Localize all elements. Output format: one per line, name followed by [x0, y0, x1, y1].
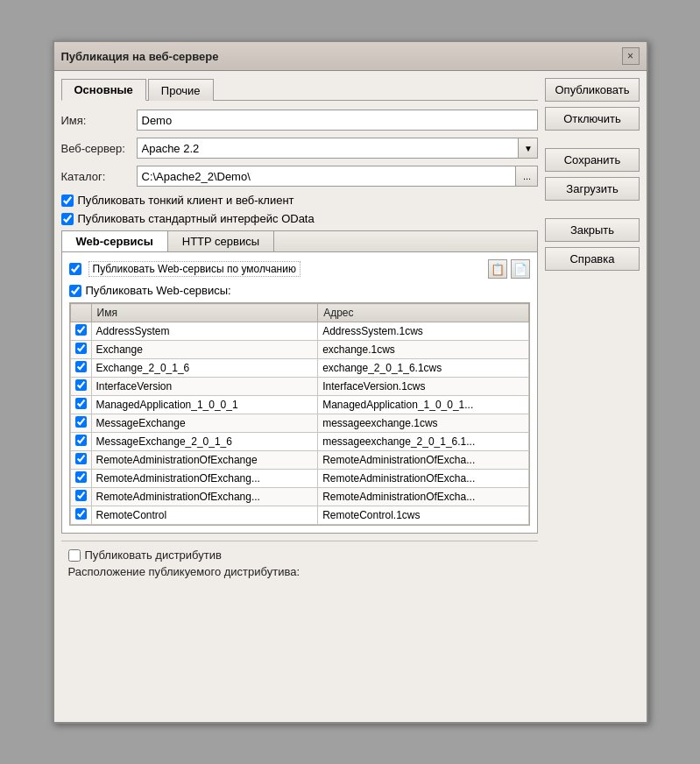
- row-name: RemoteControl: [91, 506, 318, 525]
- publish-distrib-label: Публиковать дистрибутив: [85, 548, 222, 562]
- bottom-area: Публиковать дистрибутив Расположение пуб…: [61, 541, 539, 585]
- table-row: RemoteAdministrationOfExchang... RemoteA…: [70, 488, 529, 506]
- row-address: exchange_2_0_1_6.1cws: [318, 359, 529, 378]
- services-table: Имя Адрес AddressSystem AddressSystem.1c…: [70, 303, 530, 525]
- row-address: RemoteAdministrationOfExcha...: [318, 470, 529, 488]
- distrib-path-label: Расположение публикуемого дистрибутива:: [68, 565, 532, 578]
- row-checkbox[interactable]: [75, 398, 87, 409]
- webserver-select[interactable]: [138, 140, 519, 157]
- row-name: RemoteAdministrationOfExchange: [91, 451, 318, 470]
- publish-list-row: Публиковать Web-сервисы:: [69, 284, 531, 297]
- checkbox2-row: Публиковать стандартный интерфейс OData: [61, 212, 539, 225]
- checkbox-publish-default[interactable]: [69, 263, 81, 275]
- row-address: exchange.1cws: [318, 341, 529, 359]
- table-row: Exchange exchange.1cws: [70, 341, 529, 359]
- table-row: InterfaceVersion InterfaceVersion.1cws: [70, 378, 529, 396]
- webserver-label: Веб-сервер:: [61, 142, 131, 155]
- load-button[interactable]: Загрузить: [545, 177, 639, 201]
- catalog-browse-button[interactable]: ...: [515, 166, 538, 187]
- checkbox-publish-list[interactable]: [69, 285, 81, 297]
- checkbox-odata[interactable]: [61, 213, 74, 225]
- close-dialog-button[interactable]: ×: [622, 47, 640, 65]
- row-name: Exchange_2_0_1_6: [91, 359, 318, 378]
- row-checkbox[interactable]: [75, 324, 87, 336]
- webserver-select-wrapper: ▼: [137, 138, 539, 159]
- name-row: Имя:: [61, 110, 539, 131]
- main-area: Основные Прочие Имя: Веб-сервер: ▼ Катал…: [61, 78, 539, 585]
- side-buttons: Опубликовать Отключить Сохранить Загрузи…: [545, 78, 639, 585]
- row-name: MessageExchange: [91, 414, 318, 433]
- row-address: RemoteControl.1cws: [318, 506, 529, 525]
- dialog-title: Публикация на веб-сервере: [61, 50, 219, 63]
- disconnect-button[interactable]: Отключить: [545, 107, 639, 131]
- checkbox1-row: Публиковать тонкий клиент и веб-клиент: [61, 194, 539, 207]
- dialog: Публикация на веб-сервере × Основные Про…: [53, 40, 648, 724]
- table-row: RemoteControl RemoteControl.1cws: [70, 506, 529, 525]
- table-row: RemoteAdministrationOfExchang... RemoteA…: [70, 470, 529, 488]
- row-address: RemoteAdministrationOfExcha...: [318, 488, 529, 506]
- help-button[interactable]: Справка: [545, 247, 639, 271]
- inner-tabs-panel: Web-сервисы HTTP сервисы Публиковать Web…: [61, 230, 539, 534]
- row-address: RemoteAdministrationOfExcha...: [318, 451, 529, 470]
- checkbox-publish-distrib[interactable]: [68, 549, 81, 562]
- services-table-wrapper[interactable]: Имя Адрес AddressSystem AddressSystem.1c…: [69, 302, 531, 526]
- row-checkbox[interactable]: [75, 379, 87, 391]
- catalog-input[interactable]: [137, 166, 516, 187]
- row-checkbox[interactable]: [75, 508, 87, 520]
- inner-tab-http-services[interactable]: HTTP сервисы: [168, 231, 274, 251]
- webserver-row: Веб-сервер: ▼: [61, 138, 539, 159]
- publish-button[interactable]: Опубликовать: [545, 78, 639, 102]
- table-row: MessageExchange messageexchange.1cws: [70, 414, 529, 433]
- inner-tab-web-services[interactable]: Web-сервисы: [62, 231, 168, 251]
- tab-other[interactable]: Прочие: [148, 79, 214, 101]
- row-name: InterfaceVersion: [91, 378, 318, 396]
- tab-main[interactable]: Основные: [61, 79, 146, 101]
- row-checkbox[interactable]: [75, 453, 87, 464]
- row-address: messageexchange_2_0_1_6.1...: [318, 433, 529, 451]
- close-button[interactable]: Закрыть: [545, 218, 639, 242]
- name-label: Имя:: [61, 114, 131, 127]
- webserver-dropdown-arrow[interactable]: ▼: [518, 138, 537, 158]
- row-checkbox[interactable]: [75, 416, 87, 428]
- row-checkbox[interactable]: [75, 361, 87, 372]
- table-row: AddressSystem AddressSystem.1cws: [70, 322, 529, 341]
- row-checkbox[interactable]: [75, 343, 87, 354]
- catalog-dir-wrapper: ...: [137, 166, 539, 187]
- row-name: Exchange: [91, 341, 318, 359]
- row-address: messageexchange.1cws: [318, 414, 529, 433]
- row-name: ManagedApplication_1_0_0_1: [91, 396, 318, 414]
- checkbox2-label: Публиковать стандартный интерфейс OData: [78, 212, 315, 225]
- row-address: AddressSystem.1cws: [318, 322, 529, 341]
- col-checkbox: [70, 304, 91, 322]
- row-address: ManagedApplication_1_0_0_1...: [318, 396, 529, 414]
- catalog-row: Каталог: ...: [61, 166, 539, 187]
- publish-default-row: Публиковать Web-сервисы по умолчанию 📋 📄: [69, 259, 531, 279]
- checkbox-thin-client[interactable]: [61, 195, 74, 207]
- table-row: MessageExchange_2_0_1_6 messageexchange_…: [70, 433, 529, 451]
- table-row: ManagedApplication_1_0_0_1 ManagedApplic…: [70, 396, 529, 414]
- checkbox1-label: Публиковать тонкий клиент и веб-клиент: [78, 194, 294, 207]
- col-name-header: Имя: [91, 304, 318, 322]
- publish-distrib-row: Публиковать дистрибутив: [68, 548, 532, 562]
- row-checkbox[interactable]: [75, 471, 87, 483]
- save-button[interactable]: Сохранить: [545, 148, 639, 172]
- row-checkbox[interactable]: [75, 490, 87, 501]
- publish-default-label: Публиковать Web-сервисы по умолчанию: [88, 261, 301, 277]
- icon-btn-1[interactable]: 📋: [488, 259, 507, 279]
- row-name: MessageExchange_2_0_1_6: [91, 433, 318, 451]
- row-name: RemoteAdministrationOfExchang...: [91, 488, 318, 506]
- name-input[interactable]: [137, 110, 539, 131]
- catalog-label: Каталог:: [61, 170, 131, 183]
- col-address-header: Адрес: [318, 304, 529, 322]
- table-row: Exchange_2_0_1_6 exchange_2_0_1_6.1cws: [70, 359, 529, 378]
- inner-tabs-header: Web-сервисы HTTP сервисы: [62, 231, 538, 252]
- table-row: RemoteAdministrationOfExchange RemoteAdm…: [70, 451, 529, 470]
- dialog-body: Основные Прочие Имя: Веб-сервер: ▼ Катал…: [54, 71, 647, 592]
- row-address: InterfaceVersion.1cws: [318, 378, 529, 396]
- inner-tab-content: Публиковать Web-сервисы по умолчанию 📋 📄…: [62, 252, 538, 533]
- publish-icons: 📋 📄: [488, 259, 530, 279]
- row-checkbox[interactable]: [75, 435, 87, 446]
- icon-btn-2[interactable]: 📄: [511, 259, 530, 279]
- row-name: AddressSystem: [91, 322, 318, 341]
- title-bar: Публикация на веб-сервере ×: [54, 42, 647, 71]
